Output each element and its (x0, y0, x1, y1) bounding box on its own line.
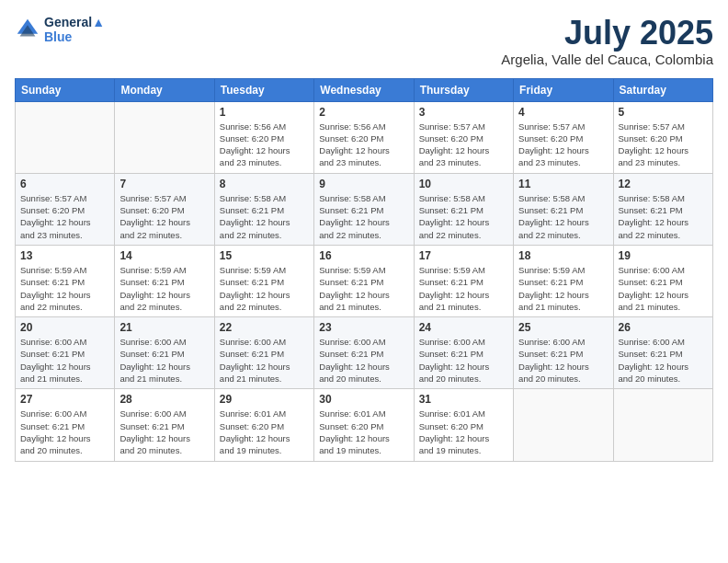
weekday-header: Friday (514, 78, 613, 101)
day-info: Sunrise: 6:00 AM Sunset: 6:21 PM Dayligh… (20, 336, 109, 385)
day-number: 2 (319, 106, 408, 119)
day-info: Sunrise: 5:58 AM Sunset: 6:21 PM Dayligh… (419, 192, 508, 241)
day-info: Sunrise: 6:01 AM Sunset: 6:20 PM Dayligh… (319, 408, 408, 456)
calendar-cell: 18Sunrise: 5:59 AM Sunset: 6:21 PM Dayli… (514, 245, 613, 316)
day-number: 4 (518, 106, 608, 119)
calendar-cell: 9Sunrise: 5:58 AM Sunset: 6:21 PM Daylig… (314, 173, 414, 245)
calendar-cell: 10Sunrise: 5:58 AM Sunset: 6:21 PM Dayli… (414, 173, 513, 245)
day-info: Sunrise: 6:00 AM Sunset: 6:21 PM Dayligh… (319, 336, 408, 385)
day-info: Sunrise: 6:01 AM Sunset: 6:20 PM Dayligh… (419, 408, 508, 456)
day-number: 31 (419, 393, 508, 406)
calendar-cell: 22Sunrise: 6:00 AM Sunset: 6:21 PM Dayli… (214, 317, 313, 389)
day-info: Sunrise: 5:57 AM Sunset: 6:20 PM Dayligh… (619, 121, 708, 169)
calendar-cell: 25Sunrise: 6:00 AM Sunset: 6:21 PM Dayli… (514, 317, 613, 389)
day-info: Sunrise: 5:58 AM Sunset: 6:21 PM Dayligh… (518, 192, 608, 241)
day-number: 30 (319, 393, 408, 406)
calendar-cell (613, 389, 712, 461)
day-info: Sunrise: 5:57 AM Sunset: 6:20 PM Dayligh… (419, 121, 508, 169)
calendar-cell: 15Sunrise: 5:59 AM Sunset: 6:21 PM Dayli… (214, 245, 313, 316)
calendar-cell: 16Sunrise: 5:59 AM Sunset: 6:21 PM Dayli… (314, 245, 414, 316)
day-info: Sunrise: 5:58 AM Sunset: 6:21 PM Dayligh… (319, 192, 408, 241)
calendar-cell: 3Sunrise: 5:57 AM Sunset: 6:20 PM Daylig… (414, 101, 513, 173)
calendar-cell: 5Sunrise: 5:57 AM Sunset: 6:20 PM Daylig… (613, 101, 712, 173)
day-number: 15 (220, 249, 309, 262)
day-number: 22 (220, 321, 309, 334)
weekday-header: Tuesday (214, 78, 313, 101)
day-number: 28 (119, 393, 209, 406)
calendar-cell: 27Sunrise: 6:00 AM Sunset: 6:21 PM Dayli… (16, 389, 115, 461)
calendar-cell: 30Sunrise: 6:01 AM Sunset: 6:20 PM Dayli… (314, 389, 414, 461)
day-info: Sunrise: 6:00 AM Sunset: 6:21 PM Dayligh… (20, 408, 109, 456)
day-info: Sunrise: 5:59 AM Sunset: 6:21 PM Dayligh… (119, 264, 209, 313)
calendar-cell: 7Sunrise: 5:57 AM Sunset: 6:20 PM Daylig… (115, 173, 214, 245)
day-number: 9 (319, 178, 408, 190)
day-number: 16 (319, 249, 408, 262)
weekday-header: Monday (115, 78, 214, 101)
day-info: Sunrise: 6:00 AM Sunset: 6:21 PM Dayligh… (518, 336, 608, 385)
weekday-header: Wednesday (314, 78, 414, 101)
page-header: General▲ Blue July 2025 Argelia, Valle d… (15, 15, 713, 67)
day-number: 14 (119, 249, 209, 262)
calendar-cell: 2Sunrise: 5:56 AM Sunset: 6:20 PM Daylig… (314, 101, 414, 173)
calendar-week-row: 13Sunrise: 5:59 AM Sunset: 6:21 PM Dayli… (16, 245, 713, 316)
day-number: 24 (419, 321, 508, 334)
day-number: 20 (20, 321, 109, 334)
weekday-header: Thursday (414, 78, 513, 101)
day-number: 21 (119, 321, 209, 334)
calendar-cell: 8Sunrise: 5:58 AM Sunset: 6:21 PM Daylig… (214, 173, 313, 245)
day-number: 1 (220, 106, 309, 119)
calendar-cell: 6Sunrise: 5:57 AM Sunset: 6:20 PM Daylig… (16, 173, 115, 245)
month-title: July 2025 (501, 15, 713, 52)
day-number: 11 (518, 178, 608, 190)
calendar-cell: 26Sunrise: 6:00 AM Sunset: 6:21 PM Dayli… (613, 317, 712, 389)
day-number: 6 (20, 178, 109, 190)
calendar-cell: 17Sunrise: 5:59 AM Sunset: 6:21 PM Dayli… (414, 245, 513, 316)
calendar-cell: 31Sunrise: 6:01 AM Sunset: 6:20 PM Dayli… (414, 389, 513, 461)
day-info: Sunrise: 5:59 AM Sunset: 6:21 PM Dayligh… (20, 264, 109, 313)
calendar-week-row: 27Sunrise: 6:00 AM Sunset: 6:21 PM Dayli… (16, 389, 713, 461)
day-info: Sunrise: 5:58 AM Sunset: 6:21 PM Dayligh… (220, 192, 309, 241)
weekday-header: Saturday (613, 78, 712, 101)
calendar-table: SundayMondayTuesdayWednesdayThursdayFrid… (15, 78, 713, 462)
calendar-cell: 12Sunrise: 5:58 AM Sunset: 6:21 PM Dayli… (613, 173, 712, 245)
day-info: Sunrise: 5:56 AM Sunset: 6:20 PM Dayligh… (220, 121, 309, 169)
day-info: Sunrise: 5:59 AM Sunset: 6:21 PM Dayligh… (518, 264, 608, 313)
calendar-cell: 1Sunrise: 5:56 AM Sunset: 6:20 PM Daylig… (214, 101, 313, 173)
calendar-cell: 14Sunrise: 5:59 AM Sunset: 6:21 PM Dayli… (115, 245, 214, 316)
calendar-cell (115, 101, 214, 173)
weekday-header: Sunday (16, 78, 115, 101)
day-info: Sunrise: 5:57 AM Sunset: 6:20 PM Dayligh… (518, 121, 608, 169)
day-number: 26 (619, 321, 708, 334)
logo: General▲ Blue (15, 15, 105, 44)
day-info: Sunrise: 5:59 AM Sunset: 6:21 PM Dayligh… (319, 264, 408, 313)
day-number: 12 (619, 178, 708, 190)
calendar-cell (16, 101, 115, 173)
calendar-header-row: SundayMondayTuesdayWednesdayThursdayFrid… (16, 78, 713, 101)
calendar-cell: 19Sunrise: 6:00 AM Sunset: 6:21 PM Dayli… (613, 245, 712, 316)
day-number: 18 (518, 249, 608, 262)
day-info: Sunrise: 6:00 AM Sunset: 6:21 PM Dayligh… (419, 336, 508, 385)
day-info: Sunrise: 5:57 AM Sunset: 6:20 PM Dayligh… (20, 192, 109, 241)
calendar-cell: 23Sunrise: 6:00 AM Sunset: 6:21 PM Dayli… (314, 317, 414, 389)
day-info: Sunrise: 5:59 AM Sunset: 6:21 PM Dayligh… (419, 264, 508, 313)
calendar-week-row: 6Sunrise: 5:57 AM Sunset: 6:20 PM Daylig… (16, 173, 713, 245)
day-number: 17 (419, 249, 508, 262)
day-number: 3 (419, 106, 508, 119)
day-number: 10 (419, 178, 508, 190)
calendar-cell: 4Sunrise: 5:57 AM Sunset: 6:20 PM Daylig… (514, 101, 613, 173)
day-number: 8 (220, 178, 309, 190)
day-number: 25 (518, 321, 608, 334)
calendar-cell: 13Sunrise: 5:59 AM Sunset: 6:21 PM Dayli… (16, 245, 115, 316)
day-info: Sunrise: 5:59 AM Sunset: 6:21 PM Dayligh… (220, 264, 309, 313)
calendar-cell: 11Sunrise: 5:58 AM Sunset: 6:21 PM Dayli… (514, 173, 613, 245)
day-info: Sunrise: 6:00 AM Sunset: 6:21 PM Dayligh… (619, 336, 708, 385)
calendar-cell (514, 389, 613, 461)
day-number: 29 (220, 393, 309, 406)
day-info: Sunrise: 5:58 AM Sunset: 6:21 PM Dayligh… (619, 192, 708, 241)
day-info: Sunrise: 5:56 AM Sunset: 6:20 PM Dayligh… (319, 121, 408, 169)
day-info: Sunrise: 6:00 AM Sunset: 6:21 PM Dayligh… (119, 408, 209, 456)
day-info: Sunrise: 6:01 AM Sunset: 6:20 PM Dayligh… (220, 408, 309, 456)
day-info: Sunrise: 6:00 AM Sunset: 6:21 PM Dayligh… (220, 336, 309, 385)
day-number: 27 (20, 393, 109, 406)
day-number: 7 (119, 178, 209, 190)
